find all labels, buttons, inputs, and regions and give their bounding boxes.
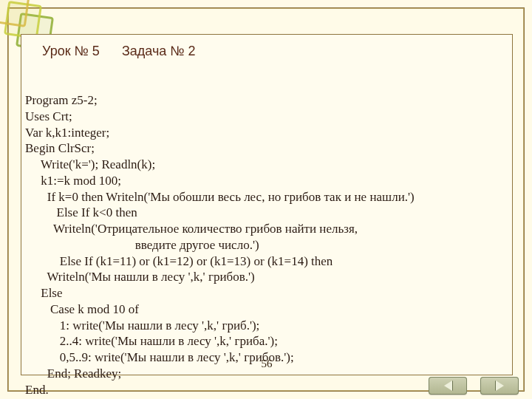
task-label: Задача № 2 (122, 44, 196, 58)
code-block: Program z5-2; Uses Crt; Var k,k1:integer… (25, 92, 502, 398)
next-slide-button[interactable] (480, 377, 519, 395)
page-number: 56 (21, 358, 512, 370)
slide-title: Урок № 5 Задача № 2 (42, 44, 491, 59)
arrow-left-icon (444, 381, 452, 391)
nav-controls (429, 377, 519, 395)
arrow-right-icon (496, 381, 504, 391)
content-frame: Урок № 5 Задача № 2 Program z5-2; Uses C… (21, 34, 513, 375)
previous-slide-button[interactable] (429, 377, 467, 395)
lesson-label: Урок № 5 (42, 44, 100, 58)
